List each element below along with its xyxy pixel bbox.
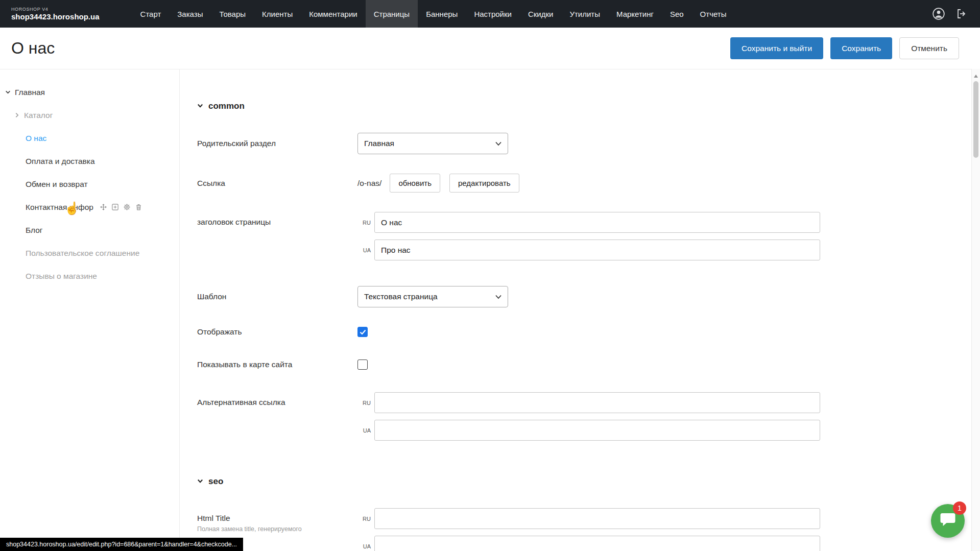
- lang-ru-tag: RU: [357, 516, 371, 522]
- page-title-ua-input[interactable]: [374, 239, 820, 260]
- html-title-ua-input[interactable]: [374, 536, 820, 551]
- menu-item-marketing[interactable]: Маркетинг: [608, 0, 662, 28]
- display-checkbox[interactable]: [357, 327, 368, 337]
- chevron-down-icon: [197, 476, 203, 487]
- sidebar-item-about[interactable]: О нас: [0, 127, 179, 150]
- html-title-note: Полная замена title, генерируемого: [197, 525, 325, 533]
- page-title: О нас: [11, 39, 55, 58]
- sidebar-item-exchange-return[interactable]: Обмен и возврат: [0, 173, 179, 196]
- alt-link-ua-input[interactable]: [374, 420, 820, 441]
- link-path-value: /o-nas/: [357, 179, 381, 188]
- cancel-button[interactable]: Отменить: [899, 37, 959, 59]
- page-title-ru-input[interactable]: [374, 212, 820, 233]
- link-label: Ссылка: [197, 179, 357, 188]
- menu-item-settings[interactable]: Настройки: [466, 0, 520, 28]
- template-select[interactable]: Текстовая страница: [357, 286, 508, 307]
- sidebar-item-blog[interactable]: Блог: [0, 219, 179, 242]
- sidebar-item-contact-info[interactable]: Контактная инфор: [0, 196, 179, 219]
- display-label: Отображать: [197, 327, 357, 337]
- html-title-ru-input[interactable]: [374, 508, 820, 529]
- menu-item-orders[interactable]: Заказы: [169, 0, 211, 28]
- logo-version-label: HOROSHOP V4: [11, 7, 100, 12]
- alt-link-ru-input[interactable]: [374, 392, 820, 413]
- browser-status-url: shop34423.horoshop.ua/edit/edit.php?id=6…: [0, 538, 243, 551]
- save-button[interactable]: Сохранить: [830, 37, 892, 59]
- plus-square-icon[interactable]: [111, 203, 119, 211]
- page-title-field-label: заголовок страницы: [197, 212, 357, 227]
- chevron-down-icon: [197, 101, 203, 111]
- menu-item-clients[interactable]: Клиенты: [254, 0, 301, 28]
- section-seo-toggle[interactable]: seo: [197, 476, 980, 487]
- sitemap-checkbox[interactable]: [357, 360, 368, 370]
- save-and-exit-button[interactable]: Сохранить и выйти: [730, 37, 823, 59]
- menu-item-seo[interactable]: Seo: [662, 0, 692, 28]
- vertical-scrollbar[interactable]: [971, 69, 980, 551]
- logo[interactable]: HOROSHOP V4 shop34423.horoshop.ua: [0, 7, 100, 21]
- link-edit-button[interactable]: редактировать: [449, 174, 519, 193]
- lang-ua-tag: UA: [357, 427, 371, 434]
- template-label: Шаблон: [197, 292, 357, 301]
- lang-ua-tag: UA: [357, 247, 371, 253]
- sidebar-item-payment-delivery[interactable]: Оплата и доставка: [0, 150, 179, 173]
- tree-item-actions: [100, 203, 142, 211]
- html-title-label: Html Title: [197, 514, 357, 523]
- pages-tree-sidebar: Главная Каталог О нас Оплата и доставка …: [0, 69, 180, 551]
- parent-section-select[interactable]: Главная: [357, 133, 508, 154]
- sidebar-item-catalog[interactable]: Каталог: [0, 104, 179, 127]
- menu-item-banners[interactable]: Баннеры: [418, 0, 466, 28]
- topbar: HOROSHOP V4 shop34423.horoshop.ua Старт …: [0, 0, 980, 28]
- menu-item-products[interactable]: Товары: [211, 0, 254, 28]
- chat-launcher-button[interactable]: 1: [931, 504, 965, 538]
- section-common-toggle[interactable]: common: [197, 101, 980, 111]
- logout-icon[interactable]: [955, 8, 968, 20]
- chat-unread-badge: 1: [953, 501, 966, 515]
- user-circle-icon[interactable]: [932, 7, 945, 20]
- chat-bubble-icon: [940, 512, 956, 530]
- menu-item-pages[interactable]: Страницы: [366, 0, 418, 28]
- lang-ru-tag: RU: [357, 400, 371, 406]
- page-edit-form: common Родительский раздел Главная Ссылк…: [180, 69, 980, 551]
- sidebar-item-user-agreement[interactable]: Пользовательское соглашение: [0, 242, 179, 265]
- trash-icon[interactable]: [135, 203, 142, 211]
- gear-icon[interactable]: [123, 203, 131, 211]
- link-refresh-button[interactable]: обновить: [390, 174, 440, 193]
- scrollbar-thumb[interactable]: [973, 81, 978, 158]
- alt-link-label: Альтернативная ссылка: [197, 392, 357, 407]
- menu-item-reports[interactable]: Отчеты: [692, 0, 735, 28]
- main-menu: Старт Заказы Товары Клиенты Комментарии …: [132, 0, 735, 28]
- sidebar-item-store-reviews[interactable]: Отзывы о магазине: [0, 265, 179, 288]
- chevron-down-icon: [495, 295, 501, 299]
- page-header: О нас Сохранить и выйти Сохранить Отмени…: [0, 28, 980, 69]
- menu-item-utilities[interactable]: Утилиты: [561, 0, 608, 28]
- logo-domain-label: shop34423.horoshop.ua: [11, 12, 100, 21]
- lang-ru-tag: RU: [357, 220, 371, 226]
- menu-item-start[interactable]: Старт: [132, 0, 170, 28]
- sidebar-item-home[interactable]: Главная: [0, 81, 179, 104]
- scroll-up-arrow[interactable]: [973, 71, 978, 80]
- chevron-right-icon[interactable]: [14, 112, 20, 118]
- menu-item-discounts[interactable]: Скидки: [520, 0, 561, 28]
- menu-item-comments[interactable]: Комментарии: [301, 0, 365, 28]
- move-icon[interactable]: [100, 203, 107, 211]
- chevron-down-icon: [495, 141, 501, 146]
- sitemap-label: Показывать в карте сайта: [197, 360, 357, 369]
- lang-ua-tag: UA: [357, 543, 371, 549]
- parent-section-label: Родительский раздел: [197, 139, 357, 148]
- chevron-down-icon[interactable]: [5, 89, 11, 95]
